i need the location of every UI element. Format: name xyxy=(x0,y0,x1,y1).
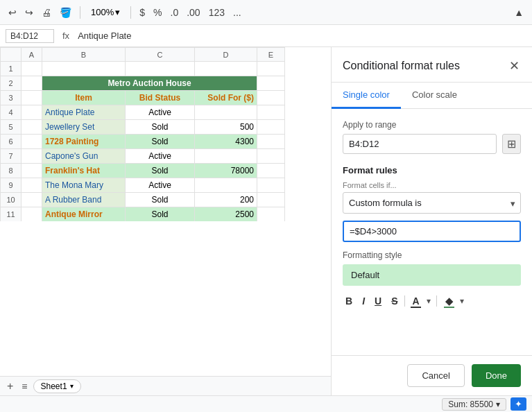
cell-e2[interactable] xyxy=(257,76,285,91)
cell-c11[interactable]: Sold xyxy=(126,207,195,222)
cell-b4[interactable]: Antique Plate xyxy=(42,105,126,120)
sheet-list-button[interactable]: ≡ xyxy=(19,381,30,392)
cell-d8[interactable]: 78000 xyxy=(195,164,257,178)
cell-e7[interactable] xyxy=(257,149,285,164)
col-header-b[interactable]: B xyxy=(42,48,126,62)
cell-e11[interactable] xyxy=(257,207,285,222)
fill-color-icon: ◆ xyxy=(445,295,453,307)
spreadsheet: A B C D E 1 xyxy=(0,47,331,395)
fill-color-button[interactable]: ◆ xyxy=(443,294,456,308)
cell-e8[interactable] xyxy=(257,164,285,178)
cell-a3[interactable] xyxy=(22,91,42,105)
cell-d6[interactable]: 4300 xyxy=(195,135,257,149)
col-header-e[interactable]: E xyxy=(257,48,285,62)
decimal0-button[interactable]: .0 xyxy=(168,6,182,19)
cell-b5[interactable]: Jewellery Set xyxy=(42,120,126,135)
cell-b3-item[interactable]: Item xyxy=(42,91,126,105)
select-range-button[interactable]: ⊞ xyxy=(502,134,521,154)
cell-b8[interactable]: Franklin's Hat xyxy=(42,164,126,178)
cell-a10[interactable] xyxy=(22,193,42,207)
cell-b10[interactable]: A Rubber Band xyxy=(42,193,126,207)
cell-d9[interactable] xyxy=(195,178,257,193)
cell-e6[interactable] xyxy=(257,135,285,149)
cell-ref-input[interactable] xyxy=(6,29,54,43)
formula-bar: fx xyxy=(0,25,532,47)
strikethrough-button[interactable]: S xyxy=(388,294,400,308)
underline-button[interactable]: U xyxy=(372,294,384,308)
cell-c5[interactable]: Sold xyxy=(126,120,195,135)
cell-d4[interactable] xyxy=(195,105,257,120)
cell-e1[interactable] xyxy=(257,62,285,76)
cell-e9[interactable] xyxy=(257,178,285,193)
sidebar-panel: Conditional format rules ✕ Single color … xyxy=(331,47,532,395)
zoom-selector[interactable]: 100% ▾ xyxy=(86,5,125,19)
cell-c3-status[interactable]: Bid Status xyxy=(126,91,195,105)
sheet-scroll[interactable]: A B C D E 1 xyxy=(0,47,331,221)
text-color-button[interactable]: A xyxy=(409,294,422,308)
redo-button[interactable]: ↪ xyxy=(22,6,36,19)
italic-button[interactable]: I xyxy=(359,294,368,308)
cell-c8[interactable]: Sold xyxy=(126,164,195,178)
cell-b1[interactable] xyxy=(42,62,126,76)
sheet-tabs-bar: + ≡ Sheet1 ▾ xyxy=(0,376,331,395)
cell-d11[interactable]: 2500 xyxy=(195,207,257,222)
col-header-a[interactable]: A xyxy=(22,48,42,62)
cell-c4[interactable]: Active xyxy=(126,105,195,120)
cell-b11[interactable]: Antique Mirror xyxy=(42,207,126,222)
formula-value-input[interactable] xyxy=(343,221,521,242)
done-button[interactable]: Done xyxy=(472,364,521,387)
cell-c10[interactable]: Sold xyxy=(126,193,195,207)
col-header-c[interactable]: C xyxy=(126,48,195,62)
formula-input[interactable] xyxy=(78,31,526,41)
cell-d3-sold[interactable]: Sold For ($) xyxy=(195,91,257,105)
sum-badge[interactable]: Sum: 85500 ▾ xyxy=(442,398,506,411)
cell-a8[interactable] xyxy=(22,164,42,178)
add-sheet-button[interactable]: + xyxy=(4,380,16,393)
cell-c1[interactable] xyxy=(126,62,195,76)
cell-a5[interactable] xyxy=(22,120,42,135)
cell-b6[interactable]: 1728 Painting xyxy=(42,135,126,149)
collapse-button[interactable]: ▲ xyxy=(511,6,526,19)
table-row: 9 The Mona Mary Active xyxy=(1,178,285,193)
cell-e3[interactable] xyxy=(257,91,285,105)
col-header-d[interactable]: D xyxy=(195,48,257,62)
cell-b2-title[interactable]: Metro Auction House xyxy=(42,76,257,91)
cell-b9[interactable]: The Mona Mary xyxy=(42,178,126,193)
cell-a7[interactable] xyxy=(22,149,42,164)
bold-button[interactable]: B xyxy=(343,294,355,308)
decimal00-button[interactable]: .00 xyxy=(184,6,203,19)
close-button[interactable]: ✕ xyxy=(508,57,521,75)
grid-table: A B C D E 1 xyxy=(0,47,285,221)
undo-button[interactable]: ↩ xyxy=(6,6,19,19)
tab-single-color[interactable]: Single color xyxy=(332,83,401,109)
cell-a6[interactable] xyxy=(22,135,42,149)
percent-button[interactable]: % xyxy=(151,6,164,19)
cell-d10[interactable]: 200 xyxy=(195,193,257,207)
cell-b7[interactable]: Capone's Gun xyxy=(42,149,126,164)
cell-d1[interactable] xyxy=(195,62,257,76)
cell-e5[interactable] xyxy=(257,120,285,135)
cell-d7[interactable] xyxy=(195,149,257,164)
cell-c9[interactable]: Active xyxy=(126,178,195,193)
cell-d5[interactable]: 500 xyxy=(195,120,257,135)
sheet1-tab[interactable]: Sheet1 ▾ xyxy=(33,379,81,393)
dollar-button[interactable]: $ xyxy=(137,6,148,19)
cell-c7[interactable]: Active xyxy=(126,149,195,164)
explore-button[interactable]: ✦ xyxy=(510,397,526,411)
formula-type-select[interactable]: Custom formula is xyxy=(343,192,521,214)
cell-e10[interactable] xyxy=(257,193,285,207)
number123-button[interactable]: 123 xyxy=(206,6,228,19)
cell-e4[interactable] xyxy=(257,105,285,120)
cell-a11[interactable] xyxy=(22,207,42,222)
range-input[interactable] xyxy=(343,134,497,154)
tab-color-scale[interactable]: Color scale xyxy=(401,83,468,109)
more-button[interactable]: ... xyxy=(230,6,244,19)
cell-c6[interactable]: Sold xyxy=(126,135,195,149)
cell-a1[interactable] xyxy=(22,62,42,76)
cell-a9[interactable] xyxy=(22,178,42,193)
print-button[interactable]: 🖨 xyxy=(39,6,54,19)
cell-a4[interactable] xyxy=(22,105,42,120)
paint-format-button[interactable]: 🪣 xyxy=(57,6,74,19)
cell-a2[interactable] xyxy=(22,76,42,91)
cancel-button[interactable]: Cancel xyxy=(407,364,464,387)
